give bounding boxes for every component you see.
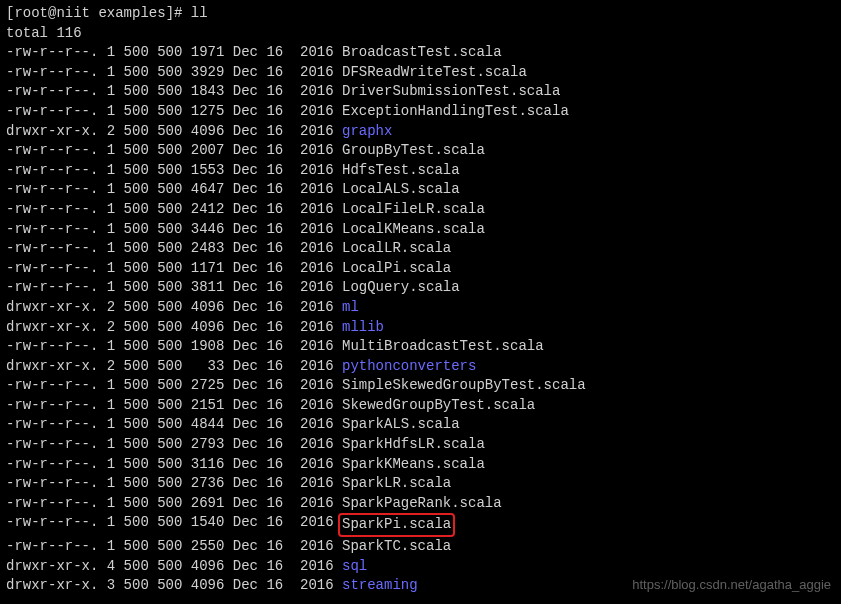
file-year: 2016 xyxy=(283,396,333,416)
file-day: 16 xyxy=(258,576,283,596)
file-link-count: 1 xyxy=(98,537,115,557)
file-year: 2016 xyxy=(283,220,333,240)
file-size: 4096 xyxy=(182,122,224,142)
file-month: Dec xyxy=(224,180,258,200)
file-owner: 500 xyxy=(115,259,149,279)
file-day: 16 xyxy=(258,220,283,240)
file-year: 2016 xyxy=(283,415,333,435)
file-permissions: drwxr-xr-x. xyxy=(6,318,98,338)
file-row: -rw-r--r--.15005004844Dec162016SparkALS.… xyxy=(6,415,835,435)
file-year: 2016 xyxy=(283,435,333,455)
file-name: LocalFileLR.scala xyxy=(342,200,485,220)
file-permissions: -rw-r--r--. xyxy=(6,220,98,240)
file-month: Dec xyxy=(224,435,258,455)
file-day: 16 xyxy=(258,259,283,279)
file-month: Dec xyxy=(224,63,258,83)
file-permissions: -rw-r--r--. xyxy=(6,141,98,161)
terminal-prompt[interactable]: [root@niit examples]# ll xyxy=(6,4,835,24)
file-size: 1908 xyxy=(182,337,224,357)
file-row: -rw-r--r--.15005002412Dec162016LocalFile… xyxy=(6,200,835,220)
file-row: -rw-r--r--.15005003446Dec162016LocalKMea… xyxy=(6,220,835,240)
file-row: -rw-r--r--.15005001843Dec162016DriverSub… xyxy=(6,82,835,102)
file-permissions: drwxr-xr-x. xyxy=(6,576,98,596)
file-group: 500 xyxy=(149,415,183,435)
file-year: 2016 xyxy=(283,576,333,596)
file-month: Dec xyxy=(224,576,258,596)
file-name: LocalLR.scala xyxy=(342,239,451,259)
file-permissions: -rw-r--r--. xyxy=(6,415,98,435)
file-name: SparkKMeans.scala xyxy=(342,455,485,475)
file-name: SkewedGroupByTest.scala xyxy=(342,396,535,416)
file-permissions: -rw-r--r--. xyxy=(6,455,98,475)
file-year: 2016 xyxy=(283,298,333,318)
file-permissions: -rw-r--r--. xyxy=(6,537,98,557)
file-day: 16 xyxy=(258,102,283,122)
file-row: -rw-r--r--.15005002483Dec162016LocalLR.s… xyxy=(6,239,835,259)
file-size: 2793 xyxy=(182,435,224,455)
file-size: 3811 xyxy=(182,278,224,298)
file-row: -rw-r--r--.15005002725Dec162016SimpleSke… xyxy=(6,376,835,396)
file-permissions: -rw-r--r--. xyxy=(6,435,98,455)
file-size: 1171 xyxy=(182,259,224,279)
file-owner: 500 xyxy=(115,63,149,83)
file-month: Dec xyxy=(224,259,258,279)
file-day: 16 xyxy=(258,239,283,259)
file-day: 16 xyxy=(258,180,283,200)
file-permissions: -rw-r--r--. xyxy=(6,200,98,220)
file-month: Dec xyxy=(224,357,258,377)
file-permissions: drwxr-xr-x. xyxy=(6,298,98,318)
file-owner: 500 xyxy=(115,43,149,63)
file-group: 500 xyxy=(149,122,183,142)
file-group: 500 xyxy=(149,513,183,537)
file-month: Dec xyxy=(224,396,258,416)
file-size: 3116 xyxy=(182,455,224,475)
directory-name: streaming xyxy=(342,576,418,596)
file-link-count: 1 xyxy=(98,239,115,259)
file-owner: 500 xyxy=(115,239,149,259)
file-day: 16 xyxy=(258,43,283,63)
file-link-count: 1 xyxy=(98,102,115,122)
file-group: 500 xyxy=(149,180,183,200)
file-link-count: 2 xyxy=(98,318,115,338)
file-owner: 500 xyxy=(115,513,149,537)
file-group: 500 xyxy=(149,474,183,494)
file-day: 16 xyxy=(258,278,283,298)
file-month: Dec xyxy=(224,415,258,435)
file-year: 2016 xyxy=(283,259,333,279)
file-month: Dec xyxy=(224,513,258,537)
file-day: 16 xyxy=(258,63,283,83)
file-owner: 500 xyxy=(115,278,149,298)
directory-name: graphx xyxy=(342,122,392,142)
file-link-count: 1 xyxy=(98,63,115,83)
file-size: 33 xyxy=(182,357,224,377)
file-month: Dec xyxy=(224,337,258,357)
file-month: Dec xyxy=(224,220,258,240)
file-name: SparkALS.scala xyxy=(342,415,460,435)
file-row: -rw-r--r--.15005001540Dec162016SparkPi.s… xyxy=(6,513,835,537)
file-year: 2016 xyxy=(283,141,333,161)
file-link-count: 1 xyxy=(98,180,115,200)
file-link-count: 1 xyxy=(98,337,115,357)
file-size: 4096 xyxy=(182,557,224,577)
file-size: 2151 xyxy=(182,396,224,416)
file-size: 2691 xyxy=(182,494,224,514)
file-group: 500 xyxy=(149,63,183,83)
file-owner: 500 xyxy=(115,161,149,181)
file-owner: 500 xyxy=(115,576,149,596)
file-size: 2483 xyxy=(182,239,224,259)
file-month: Dec xyxy=(224,494,258,514)
file-group: 500 xyxy=(149,161,183,181)
file-size: 2736 xyxy=(182,474,224,494)
file-permissions: -rw-r--r--. xyxy=(6,513,98,537)
file-month: Dec xyxy=(224,537,258,557)
file-name: BroadcastTest.scala xyxy=(342,43,502,63)
file-owner: 500 xyxy=(115,557,149,577)
file-size: 1275 xyxy=(182,102,224,122)
file-group: 500 xyxy=(149,239,183,259)
file-row: -rw-r--r--.15005001275Dec162016Exception… xyxy=(6,102,835,122)
file-link-count: 1 xyxy=(98,513,115,537)
file-day: 16 xyxy=(258,415,283,435)
file-year: 2016 xyxy=(283,455,333,475)
file-year: 2016 xyxy=(283,337,333,357)
file-link-count: 1 xyxy=(98,396,115,416)
